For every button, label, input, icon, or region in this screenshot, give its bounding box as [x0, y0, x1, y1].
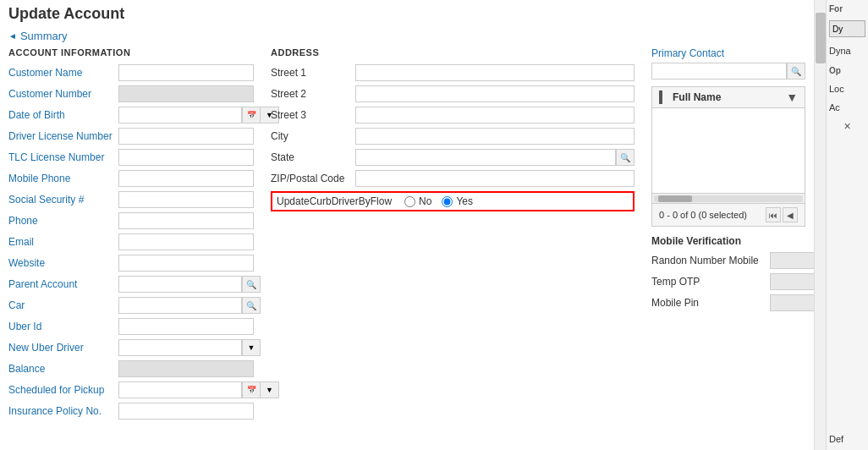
- driver-license-row: Driver License Number: [8, 128, 254, 145]
- zip-input[interactable]: [355, 170, 635, 187]
- summary-link-label: Summary: [20, 30, 68, 42]
- parent-account-lookup-btn[interactable]: 🔍: [242, 276, 261, 293]
- parent-account-input[interactable]: [118, 276, 242, 293]
- sidebar-ac-item: Ac: [829, 101, 865, 114]
- balance-input[interactable]: [118, 360, 254, 377]
- temp-otp-label: Temp OTP: [651, 276, 770, 288]
- driver-license-input[interactable]: [118, 128, 254, 145]
- parent-account-row: Parent Account 🔍: [8, 276, 254, 293]
- social-security-input[interactable]: [118, 191, 254, 208]
- filter-icon[interactable]: ▼: [786, 91, 798, 104]
- sidebar-dyna-item: Dyna: [829, 44, 865, 58]
- primary-contact-lookup-btn[interactable]: 🔍: [787, 63, 805, 80]
- radio-no-input[interactable]: [404, 196, 415, 207]
- street1-label: Street 1: [271, 67, 355, 79]
- email-label: Email: [8, 236, 118, 248]
- update-curb-driver-row: UpdateCurbDriverByFlow No Yes: [271, 191, 635, 211]
- new-uber-driver-label: New Uber Driver: [8, 342, 118, 354]
- fullname-table-header: Full Name ▼: [652, 87, 805, 108]
- mobile-phone-label: Mobile Phone: [8, 173, 118, 184]
- driver-license-label: Driver License Number: [8, 130, 118, 142]
- phone-label: Phone: [8, 215, 118, 227]
- h-scrollbar-thumb[interactable]: [658, 195, 692, 202]
- uber-id-input[interactable]: [118, 318, 254, 335]
- zip-row: ZIP/Postal Code: [271, 170, 635, 187]
- primary-contact-input[interactable]: [651, 63, 787, 80]
- balance-row: Balance: [8, 360, 254, 377]
- sidebar-close-btn[interactable]: ×: [829, 119, 865, 133]
- radio-yes-option[interactable]: Yes: [442, 195, 473, 207]
- date-of-birth-row: Date of Birth 📅 ▼: [8, 107, 254, 123]
- scheduled-pickup-label: Scheduled for Pickup: [8, 384, 118, 396]
- insurance-policy-input[interactable]: [118, 403, 254, 420]
- email-row: Email: [8, 233, 254, 250]
- city-label: City: [271, 130, 355, 142]
- social-security-row: Social Security #: [8, 191, 254, 208]
- mobile-verification-section: Mobile Verification Randon Number Mobile…: [651, 235, 805, 311]
- car-input[interactable]: [118, 297, 242, 314]
- new-uber-driver-row: New Uber Driver ▼: [8, 339, 254, 356]
- v-scroll-thumb[interactable]: [816, 13, 826, 63]
- mobile-phone-row: Mobile Phone: [8, 170, 254, 187]
- mobile-pin-input[interactable]: [770, 294, 814, 311]
- mobile-phone-input[interactable]: [118, 170, 254, 187]
- website-label: Website: [8, 257, 118, 269]
- customer-name-row: Customer Name: [8, 64, 254, 81]
- address-section-header: ADDRESS: [271, 47, 635, 58]
- pagination-prev-btn[interactable]: ◀: [783, 207, 798, 222]
- street3-input[interactable]: [355, 107, 635, 123]
- insurance-policy-row: Insurance Policy No.: [8, 403, 254, 420]
- new-uber-driver-input[interactable]: [118, 339, 242, 356]
- sidebar-dy-btn[interactable]: Dy: [829, 20, 865, 37]
- page-title: Update Account: [0, 0, 814, 26]
- tlc-license-input[interactable]: [118, 149, 254, 166]
- random-number-mobile-label: Randon Number Mobile: [651, 255, 770, 266]
- car-lookup-btn[interactable]: 🔍: [242, 297, 261, 314]
- phone-row: Phone: [8, 212, 254, 229]
- pagination-first-btn[interactable]: ⏮: [766, 207, 781, 222]
- balance-label: Balance: [8, 363, 118, 375]
- radio-yes-input[interactable]: [442, 196, 453, 207]
- mobile-pin-row: Mobile Pin: [651, 294, 805, 311]
- uber-id-label: Uber Id: [8, 321, 118, 332]
- state-input[interactable]: [355, 149, 616, 166]
- radio-no-option[interactable]: No: [404, 195, 431, 207]
- website-row: Website: [8, 255, 254, 272]
- state-lookup-btn[interactable]: 🔍: [616, 149, 635, 166]
- account-section-header: ACCOUNT INFORMATION: [8, 47, 254, 58]
- state-label: State: [271, 151, 355, 163]
- sidebar: For Dy Dyna Op Loc Ac × Def: [826, 0, 868, 450]
- fullname-divider: [659, 91, 662, 104]
- temp-otp-input[interactable]: [770, 273, 814, 290]
- scheduled-pickup-calendar-btn[interactable]: 📅: [242, 381, 261, 398]
- new-uber-driver-dropdown-btn[interactable]: ▼: [242, 339, 261, 356]
- random-number-mobile-input[interactable]: [770, 252, 814, 269]
- fullname-table-scrollbar-h[interactable]: [652, 193, 805, 203]
- right-panel: Primary Contact 🔍 Full Name ▼: [651, 47, 805, 424]
- primary-contact-input-row: 🔍: [651, 63, 805, 80]
- fullname-header-text: Full Name: [673, 91, 779, 103]
- street2-label: Street 2: [271, 88, 355, 100]
- customer-name-label: Customer Name: [8, 67, 118, 79]
- customer-number-label: Customer Number: [8, 88, 118, 100]
- h-scrollbar-track: [654, 195, 803, 202]
- customer-number-row: Customer Number: [8, 85, 254, 102]
- date-of-birth-calendar-btn[interactable]: 📅: [242, 107, 261, 123]
- vertical-scrollbar[interactable]: [814, 0, 826, 450]
- state-row: State 🔍: [271, 149, 635, 166]
- customer-name-input[interactable]: [118, 64, 254, 81]
- customer-number-input[interactable]: [118, 85, 254, 102]
- street1-input[interactable]: [355, 64, 635, 81]
- street2-input[interactable]: [355, 85, 635, 102]
- summary-link[interactable]: Summary: [0, 26, 814, 47]
- scheduled-pickup-input[interactable]: [118, 381, 242, 398]
- date-of-birth-label: Date of Birth: [8, 109, 118, 121]
- sidebar-op-label: Op: [829, 66, 865, 75]
- phone-input[interactable]: [118, 212, 254, 229]
- website-input[interactable]: [118, 255, 254, 272]
- tlc-license-label: TLC License Number: [8, 151, 118, 163]
- social-security-label: Social Security #: [8, 194, 118, 206]
- date-of-birth-input[interactable]: [118, 107, 242, 123]
- email-input[interactable]: [118, 233, 254, 250]
- city-input[interactable]: [355, 128, 635, 145]
